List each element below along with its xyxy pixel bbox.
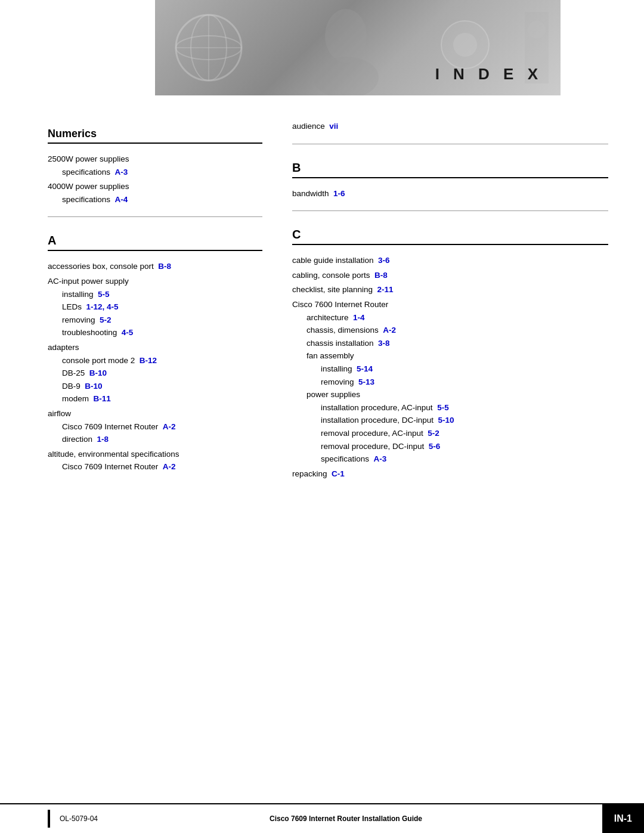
entry-link[interactable]: 4-5 [122, 328, 134, 337]
entry-link[interactable]: 5-13 [358, 377, 374, 386]
list-item: Cisco 7600 Internet Router architecture … [292, 298, 608, 466]
entry-subsubterm: removal procedure, DC-input 5-6 [292, 440, 608, 453]
entry-link[interactable]: 3-8 [378, 339, 390, 348]
section-b: B bandwidth 1-6 [292, 155, 608, 200]
entry-link[interactable]: A-3 [115, 168, 128, 176]
entry-link[interactable]: vii [329, 122, 338, 131]
list-item: adapters console port mode 2 B-12 DB-25 … [48, 340, 262, 405]
entry-link[interactable]: B-10 [89, 368, 107, 377]
entry-subsubterm: installing 5-14 [292, 363, 608, 376]
section-b-header: B [292, 161, 608, 178]
entry-term: Cisco 7600 Internet Router [292, 300, 388, 309]
entry-term: audience vii [292, 122, 338, 131]
entry-link[interactable]: B-8 [158, 262, 171, 271]
entry-link[interactable]: 1-8 [97, 435, 109, 444]
divider [292, 144, 608, 144]
list-item: 4000W power supplies specifications A-4 [48, 179, 262, 206]
numerics-header: Numerics [48, 128, 262, 144]
doc-number: OL-5079-04 [60, 815, 98, 823]
two-column-layout: Numerics 2500W power supplies specificat… [48, 113, 608, 481]
list-item: airflow Cisco 7609 Internet Router A-2 d… [48, 407, 262, 446]
list-item: AC-input power supply installing 5-5 LED… [48, 274, 262, 339]
list-item: audience vii [292, 119, 608, 133]
section-c: C cable guide installation 3-6 cabling, … [292, 222, 608, 480]
entry-subterm: modem B-11 [48, 392, 262, 405]
entry-link[interactable]: A-4 [115, 195, 128, 204]
entry-link[interactable]: A-3 [374, 454, 387, 463]
entry-link[interactable]: A-2 [383, 326, 396, 335]
entry-link[interactable]: 5-10 [438, 416, 454, 425]
svg-point-6 [313, 57, 379, 95]
divider [292, 210, 608, 211]
audience-section: audience vii [292, 119, 608, 133]
entry-link[interactable]: B-10 [85, 382, 102, 391]
entry-term: accessories box, console port B-8 [48, 262, 171, 271]
section-c-header: C [292, 228, 608, 245]
footer-bar-decoration [48, 810, 50, 828]
left-column: Numerics 2500W power supplies specificat… [48, 113, 262, 481]
entry-subterm: Cisco 7609 Internet Router A-2 [48, 460, 262, 473]
entry-link[interactable]: 5-5 [437, 403, 449, 412]
entry-subterm: Cisco 7609 Internet Router A-2 [48, 420, 262, 433]
entry-subterm: architecture 1-4 [292, 311, 608, 324]
entry-subterm: chassis installation 3-8 [292, 337, 608, 350]
entry-term: altitude, environmental specifications [48, 450, 179, 459]
svg-point-10 [528, 21, 546, 39]
list-item: checklist, site planning 2-11 [292, 283, 608, 296]
list-item: altitude, environmental specifications C… [48, 447, 262, 473]
entry-subsubterm: installation procedure, DC-input 5-10 [292, 414, 608, 427]
entry-link[interactable]: B-12 [140, 356, 157, 365]
entry-link[interactable]: 5-5 [98, 290, 110, 299]
entry-link[interactable]: 1-12, 4-5 [86, 302, 119, 311]
entry-subterm: specifications A-4 [48, 193, 262, 206]
entry-subterm: direction 1-8 [48, 433, 262, 446]
entry-subterm: LEDs 1-12, 4-5 [48, 301, 262, 314]
entry-subsubterm: specifications A-3 [292, 453, 608, 466]
entry-link[interactable]: A-2 [163, 462, 176, 471]
entry-subterm: installing 5-5 [48, 288, 262, 301]
entry-subterm: chassis, dimensions A-2 [292, 324, 608, 337]
entry-term: 4000W power supplies [48, 182, 129, 191]
footer-left: OL-5079-04 [0, 810, 197, 828]
entry-subterm: console port mode 2 B-12 [48, 354, 262, 367]
entry-link[interactable]: 1-6 [333, 189, 345, 198]
entry-link[interactable]: 3-6 [378, 256, 390, 265]
entry-subterm: DB-25 B-10 [48, 367, 262, 380]
entry-link[interactable]: 1-4 [353, 313, 365, 322]
entry-term: cable guide installation 3-6 [292, 256, 390, 265]
entry-term: bandwidth 1-6 [292, 189, 345, 198]
entry-link[interactable]: A-2 [163, 422, 176, 431]
entry-term: airflow [48, 409, 71, 418]
entry-link[interactable]: 5-6 [429, 442, 441, 451]
entry-term: AC-input power supply [48, 277, 129, 286]
section-a: A accessories box, console port B-8 AC-i… [48, 228, 262, 473]
entry-link[interactable]: C-1 [332, 469, 345, 478]
footer-guide-title: Cisco 7609 Internet Router Installation … [197, 815, 495, 823]
svg-point-8 [453, 33, 477, 57]
index-heading: I N D E X [435, 65, 543, 83]
entry-subterm: power supplies [292, 388, 608, 401]
entry-term: checklist, site planning 2-11 [292, 285, 394, 294]
entry-subterm: removing 5-2 [48, 314, 262, 327]
entry-term: repacking C-1 [292, 469, 345, 478]
page-footer: OL-5079-04 Cisco 7609 Internet Router In… [0, 803, 644, 833]
entry-link[interactable]: 5-14 [357, 364, 373, 373]
entry-subsubterm: removal procedure, AC-input 5-2 [292, 427, 608, 440]
entry-subterm: specifications A-3 [48, 166, 262, 179]
list-item: cabling, console ports B-8 [292, 268, 608, 282]
list-item: bandwidth 1-6 [292, 187, 608, 200]
entry-subterm: DB-9 B-10 [48, 380, 262, 393]
entry-link[interactable]: B-8 [374, 271, 388, 280]
entry-link[interactable]: 5-2 [100, 315, 112, 324]
entry-term: 2500W power supplies [48, 154, 129, 163]
entry-subsubterm: removing 5-13 [292, 376, 608, 389]
main-content: Numerics 2500W power supplies specificat… [0, 95, 644, 529]
entry-link[interactable]: 2-11 [377, 285, 394, 294]
right-column: audience vii B bandwidth 1-6 C c [292, 113, 608, 481]
entry-subterm: troubleshooting 4-5 [48, 326, 262, 339]
entry-link[interactable]: 5-2 [428, 429, 439, 438]
entry-link[interactable]: B-11 [94, 394, 111, 403]
entry-term: adapters [48, 343, 79, 352]
list-item: repacking C-1 [292, 467, 608, 481]
page-wrapper: I N D E X Numerics 2500W power supplies … [0, 0, 644, 833]
